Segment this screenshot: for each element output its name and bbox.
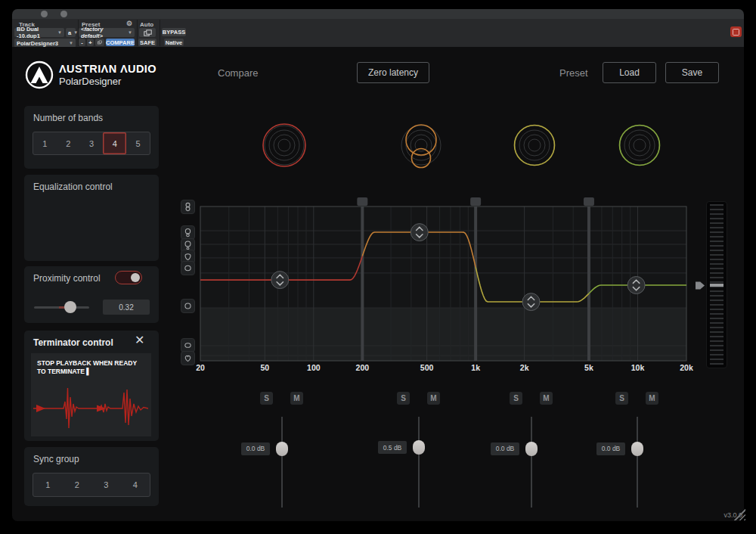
pattern-button-inverted-wide-cardioid[interactable]: [181, 338, 195, 352]
svg-text:20k: 20k: [680, 363, 693, 372]
host-record-button[interactable]: [730, 26, 742, 37]
sync-group-option-3[interactable]: 3: [91, 473, 121, 496]
sync-group-panel: Sync group 1 2 3 4: [24, 447, 159, 506]
band-2-handle[interactable]: [411, 224, 428, 241]
gain-slider-knob-band-1[interactable]: [276, 442, 288, 456]
proximity-control-panel: Proximity control 0.32: [24, 266, 159, 323]
pattern-button-inverted-cardioid[interactable]: [181, 351, 195, 365]
equalization-control-panel: Equalization control: [24, 175, 159, 261]
chevron-down-icon: ▼: [69, 41, 73, 45]
svg-text:5k: 5k: [584, 363, 593, 372]
austrian-audio-logo-icon: [25, 61, 54, 89]
band-3-handle[interactable]: [522, 293, 540, 311]
gain-slider-knob-band-2[interactable]: [413, 440, 425, 455]
crossover-line-2[interactable]: [474, 206, 477, 361]
pattern-button-hypercardioid[interactable]: [181, 225, 195, 240]
mute-button-band-2[interactable]: M: [427, 392, 440, 405]
eq-graph[interactable]: 20501002005001k2k5k10k20k: [195, 193, 696, 377]
bands-count-option-2[interactable]: 2: [57, 132, 80, 154]
svg-text:2k: 2k: [520, 363, 529, 372]
polar-display-band-2[interactable]: [391, 115, 451, 175]
gain-slider-knob-band-3[interactable]: [525, 442, 538, 456]
eq-x-tick-labels: 20501002005001k2k5k10k20k: [196, 363, 693, 372]
window-titlebar[interactable]: [12, 9, 744, 19]
crossover-handle-1[interactable]: [357, 197, 367, 206]
solo-button-band-1[interactable]: S: [260, 392, 273, 405]
sync-group-option-1[interactable]: 1: [33, 473, 63, 496]
band-4-handle[interactable]: [627, 277, 645, 294]
crossover-handle-2[interactable]: [470, 197, 481, 206]
solo-button-band-4[interactable]: S: [615, 392, 628, 405]
mute-button-band-1[interactable]: M: [290, 392, 303, 405]
proximity-toggle[interactable]: [115, 271, 142, 284]
panel-title: Proximity control: [33, 273, 101, 284]
pattern-button-wide-cardioid[interactable]: [181, 261, 195, 275]
gain-value-band-1[interactable]: 0.0 dB: [241, 442, 270, 455]
panel-title: Equalization control: [33, 182, 113, 192]
bypass-button[interactable]: BYPASS: [162, 28, 186, 36]
gain-slider-track-band-2[interactable]: [418, 417, 420, 508]
bands-count-option-4[interactable]: 4: [103, 132, 126, 154]
pattern-button-figure-eight[interactable]: [181, 200, 195, 214]
figure-eight-icon: [183, 202, 193, 212]
eq-shaded-region: [200, 308, 686, 361]
polar-display-band-4[interactable]: [609, 115, 670, 175]
crossover-line-1[interactable]: [361, 206, 364, 361]
level-meter[interactable]: [706, 201, 727, 368]
window-minimize-icon[interactable]: [60, 11, 67, 17]
gain-value-band-2[interactable]: 0.5 dB: [378, 441, 407, 454]
polar-display-band-1[interactable]: [254, 115, 314, 175]
bands-count-option-3[interactable]: 3: [80, 132, 104, 154]
load-button[interactable]: Load: [603, 62, 656, 83]
terminator-waveform: [33, 383, 148, 433]
solo-button-band-3[interactable]: S: [510, 392, 522, 405]
bands-count-option-5[interactable]: 5: [126, 132, 150, 154]
polar-display-band-3[interactable]: [504, 115, 565, 175]
crossover-handle-3[interactable]: [584, 197, 594, 206]
wide-cardioid-icon: [183, 263, 193, 273]
solo-button-band-2[interactable]: S: [397, 392, 410, 405]
close-icon[interactable]: ✕: [135, 334, 144, 347]
compare-host-button[interactable]: COMPARE: [106, 39, 135, 46]
preset-next-button[interactable]: +: [87, 39, 94, 46]
mute-button-band-4[interactable]: M: [646, 392, 658, 405]
supercardioid-icon: [183, 241, 193, 250]
mute-button-band-3[interactable]: M: [540, 392, 553, 405]
gain-value-band-4[interactable]: 0.0 dB: [596, 442, 625, 455]
svg-text:200: 200: [356, 363, 370, 372]
window-close-icon[interactable]: [41, 11, 48, 17]
panel-title: Sync group: [33, 454, 79, 464]
track-variant-dropdown[interactable]: a▼: [66, 28, 76, 37]
preset-dropdown[interactable]: <factory default>▼: [79, 28, 135, 37]
gain-slider-track-band-4[interactable]: [637, 417, 638, 508]
auto-latch-button[interactable]: [139, 28, 156, 37]
native-button[interactable]: Native: [164, 39, 184, 46]
brand-name: ΛUSTRIΛN ΛUDIO: [59, 63, 156, 75]
terminator-display: STOP PLAYBACK WHEN READY TO TERMINATE ▌: [31, 353, 151, 436]
proximity-slider-knob[interactable]: [64, 301, 76, 313]
band-1-handle[interactable]: [271, 272, 289, 289]
preset-copy-button[interactable]: [95, 39, 104, 46]
crossover-line-3[interactable]: [587, 206, 590, 361]
compare-label[interactable]: Compare: [218, 67, 258, 79]
hypercardioid-icon: [183, 228, 193, 238]
gear-icon[interactable]: ⚙: [126, 20, 132, 27]
omni-shape: [515, 126, 555, 166]
proximity-value[interactable]: 0.32: [103, 300, 150, 315]
gain-slider-track-band-3[interactable]: [531, 417, 532, 508]
zero-latency-button[interactable]: Zero latency: [357, 62, 429, 83]
sync-group-option-2[interactable]: 2: [63, 473, 92, 496]
gain-value-band-3[interactable]: 0.0 dB: [491, 442, 519, 455]
gain-slider-knob-band-4[interactable]: [631, 442, 643, 456]
gain-slider-track-band-1[interactable]: [281, 417, 283, 508]
safe-button[interactable]: SAFE: [138, 39, 156, 46]
svg-text:100: 100: [307, 363, 321, 372]
preset-prev-button[interactable]: -: [79, 39, 85, 46]
save-button[interactable]: Save: [665, 62, 719, 83]
version-label: v3.0.0: [665, 511, 742, 519]
pattern-button-omni[interactable]: [181, 299, 195, 313]
cardioid-icon: [183, 252, 193, 262]
sync-group-option-4[interactable]: 4: [121, 473, 150, 496]
bands-count-option-1[interactable]: 1: [33, 132, 57, 154]
track-name-dropdown[interactable]: BD Dual -10.dup1▼: [14, 28, 64, 37]
